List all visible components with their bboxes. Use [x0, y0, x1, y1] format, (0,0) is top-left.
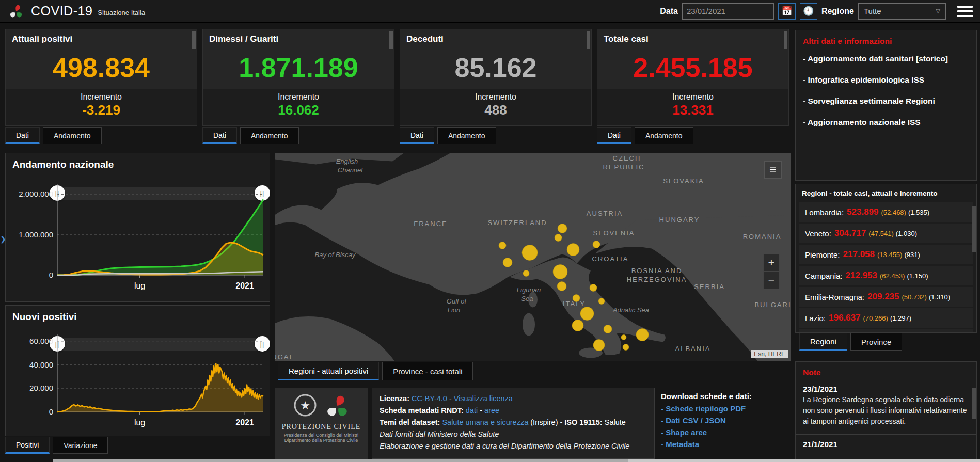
- left-panel-expander-icon[interactable]: ❯: [0, 235, 6, 243]
- card-scrollbar[interactable]: [784, 31, 787, 49]
- region-increment: (931): [904, 251, 920, 259]
- download-link-3[interactable]: - Metadata: [661, 438, 789, 450]
- map-label-sea: Sea: [521, 295, 533, 302]
- card-scrollbar[interactable]: [389, 31, 393, 49]
- card-scrollbar[interactable]: [192, 31, 196, 49]
- tab-dati-attuali-positivi[interactable]: Dati: [5, 127, 40, 144]
- horizontal-scrollbar-thumb[interactable]: [53, 459, 628, 462]
- layer-list-icon[interactable]: ☰: [764, 161, 782, 179]
- tab-andamento-dimessi-guariti[interactable]: Andamento: [240, 127, 299, 144]
- info-link-1[interactable]: - Infografica epidemiologica ISS: [796, 69, 976, 90]
- region-total-cases: 196.637: [829, 313, 860, 323]
- card-increment-dimessi-guariti: Incremento16.062: [203, 89, 394, 125]
- hamburger-menu-icon[interactable]: [957, 6, 973, 17]
- map-label-croatia: CROATIA: [592, 255, 629, 263]
- clock-icon[interactable]: 🕘: [800, 3, 817, 20]
- map-bubble-8[interactable]: [553, 265, 567, 279]
- map-label-romania: ROMANIA: [743, 233, 782, 241]
- region-total-cases: 304.717: [834, 228, 866, 238]
- region-total-cases: 523.899: [847, 207, 878, 217]
- info-link-0[interactable]: - Aggiornamento dati sanitari [storico]: [796, 48, 976, 69]
- map-bubble-15[interactable]: [604, 325, 612, 333]
- info-link-3[interactable]: - Aggiornamento nazionale ISS: [796, 111, 976, 133]
- map-bubble-1[interactable]: [522, 245, 538, 261]
- map-zoom-out-button[interactable]: −: [764, 272, 779, 289]
- map-bubble-6[interactable]: [593, 241, 600, 248]
- map-zoom-in-button[interactable]: +: [764, 254, 779, 272]
- map-attribution: Esri, HERE: [751, 350, 788, 358]
- map-label-serbia: SERBIA: [694, 283, 725, 291]
- tab-province-casi-totali[interactable]: Province - casi totali: [382, 362, 473, 380]
- map-bubble-17[interactable]: [621, 335, 626, 340]
- map-bubble-0[interactable]: [499, 242, 506, 249]
- tab-regioni-attuali-positivi[interactable]: Regioni - attuali positivi: [278, 362, 379, 380]
- tab-andamento-totale-casi[interactable]: Andamento: [635, 127, 693, 144]
- footer-logos: ★ PROTEZIONE CIVILE Presidenza del Consi…: [275, 388, 368, 459]
- tab-andamento-attuali-positivi[interactable]: Andamento: [43, 127, 102, 144]
- tab-dati-totale-casi[interactable]: Dati: [597, 127, 631, 144]
- map-bubble-3[interactable]: [558, 224, 567, 233]
- region-row-lazio[interactable]: Lazio:196.637(70.266)(1.297): [799, 308, 973, 328]
- date-input[interactable]: [682, 3, 774, 20]
- map-bubble-16[interactable]: [636, 329, 649, 341]
- download-link-1[interactable]: - Dati CSV / JSON: [661, 415, 789, 426]
- map-label-channel: Channel: [338, 166, 363, 174]
- region-row-piemonte[interactable]: Piemonte:217.058(13.455)(931): [799, 245, 973, 264]
- license-link[interactable]: aree: [484, 406, 499, 415]
- region-row-emilia-romagna[interactable]: Emilia-Romagna:209.235(50.732)(1.310): [799, 287, 973, 307]
- tab-positivi[interactable]: Positivi: [5, 437, 50, 454]
- license-link[interactable]: Visualizza licenza: [454, 394, 513, 403]
- tab-dati-deceduti[interactable]: Dati: [400, 127, 434, 144]
- license-link[interactable]: CC-BY-4.0: [412, 394, 447, 403]
- tab-variazione[interactable]: Variazione: [53, 437, 108, 454]
- horizontal-scrollbar[interactable]: [53, 459, 980, 462]
- map-bubble-11[interactable]: [573, 295, 580, 302]
- map-bubble-9[interactable]: [557, 282, 566, 291]
- download-link-0[interactable]: - Schede riepilogo PDF: [661, 403, 789, 415]
- map-bubble-7[interactable]: [523, 270, 529, 277]
- map-bubble-18[interactable]: [593, 340, 605, 351]
- map-bubble-4[interactable]: [555, 234, 562, 242]
- italy-map[interactable]: EnglishChannelBay of BiscayGulf ofLionLi…: [275, 153, 791, 361]
- region-row-lombardia[interactable]: Lombardia:523.899(52.468)(1.535): [799, 202, 973, 222]
- license-text: Licenza:: [380, 394, 412, 403]
- tab-regioni[interactable]: Regioni: [799, 333, 847, 351]
- calendar-icon[interactable]: 📅: [778, 3, 796, 20]
- card-increment-deceduti: Incremento488: [400, 89, 591, 125]
- download-link-2[interactable]: - Shape aree: [661, 426, 789, 438]
- region-row-toscana[interactable]: Toscana:130.882(8.544)(739): [799, 329, 973, 333]
- tab-province[interactable]: Province: [850, 333, 902, 351]
- tab-andamento-deceduti[interactable]: Andamento: [437, 127, 496, 144]
- license-link[interactable]: dati: [466, 406, 478, 415]
- region-row-veneto[interactable]: Veneto:304.717(47.541)(1.030): [799, 224, 973, 243]
- map-bubble-19[interactable]: [623, 344, 629, 351]
- map-bubble-14[interactable]: [572, 320, 583, 331]
- region-row-campania[interactable]: Campania:212.953(62.453)(1.150): [799, 266, 973, 285]
- region-increment: (1.150): [907, 272, 928, 280]
- date-label: Data: [660, 7, 678, 16]
- map-bubble-2[interactable]: [503, 258, 512, 267]
- map-bubble-5[interactable]: [567, 244, 579, 256]
- card-title-attuali-positivi: Attuali positivi: [6, 29, 197, 49]
- info-link-2[interactable]: - Sorveglianza settimanale Regioni: [796, 90, 976, 111]
- region-select[interactable]: Tutte ▽: [858, 3, 946, 20]
- tab-dati-dimessi-guariti[interactable]: Dati: [202, 127, 237, 144]
- map-bubble-13[interactable]: [580, 307, 594, 321]
- increment-label: Incremento: [6, 89, 197, 102]
- card-attuali-positivi: Attuali positivi498.834Incremento-3.219: [5, 29, 197, 126]
- region-name: Campania:: [805, 272, 843, 280]
- map-bubble-10[interactable]: [590, 284, 597, 292]
- card-scrollbar[interactable]: [587, 31, 590, 49]
- license-text: -: [478, 406, 484, 415]
- license-link[interactable]: Salute umana e sicurezza: [442, 418, 528, 426]
- regions-scrollbar[interactable]: [972, 206, 976, 252]
- map-bubble-12[interactable]: [598, 298, 605, 305]
- map-label-ligurian: Ligurian: [517, 286, 541, 294]
- map-tabs: Regioni - attuali positivi Province - ca…: [278, 362, 476, 380]
- regions-panel: Regioni - totale casi, attuali e increme…: [795, 184, 977, 333]
- app-subtitle: Situazione Italia: [98, 9, 145, 17]
- map-label-hungary: HUNGARY: [659, 216, 700, 224]
- footer-org-sub2: Dipartimento della Protezione Civile: [275, 438, 368, 443]
- note-scrollbar[interactable]: [972, 388, 976, 419]
- footer-org-name: PROTEZIONE CIVILE: [275, 423, 368, 431]
